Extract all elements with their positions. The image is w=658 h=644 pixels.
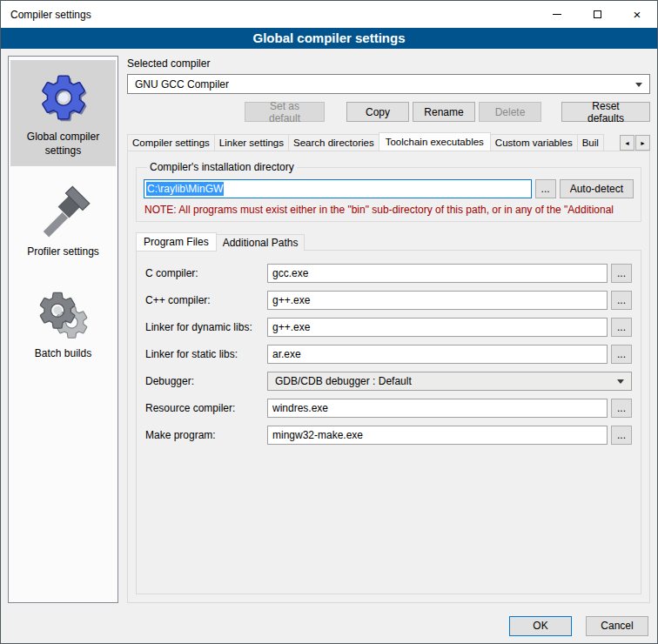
field-label: Linker for dynamic libs: bbox=[145, 321, 267, 333]
compiler-actions: Set as default Copy Rename Delete Reset … bbox=[127, 102, 650, 122]
delete-button[interactable]: Delete bbox=[479, 102, 541, 122]
compiler-settings-tabs: Compiler settings Linker settings Search… bbox=[127, 132, 650, 151]
installation-directory-value: C:\raylib\MinGW bbox=[146, 182, 224, 196]
tab-compiler-settings[interactable]: Compiler settings bbox=[127, 134, 215, 151]
c-compiler-input[interactable] bbox=[267, 264, 608, 283]
program-files-panel: C compiler: ... C++ compiler: ... bbox=[136, 250, 641, 594]
tab-scroll-buttons: ◄ ► bbox=[617, 135, 650, 151]
field-label: Make program: bbox=[145, 429, 267, 441]
tab-search-directories[interactable]: Search directories bbox=[288, 134, 379, 151]
copy-button[interactable]: Copy bbox=[346, 102, 409, 122]
chevron-down-icon bbox=[617, 379, 624, 387]
tab-linker-settings[interactable]: Linker settings bbox=[214, 134, 289, 151]
installation-directory-legend: Compiler's installation directory bbox=[147, 161, 297, 173]
form-row: Linker for static libs: ... bbox=[145, 345, 632, 364]
tab-program-files[interactable]: Program Files bbox=[136, 232, 217, 252]
main-panel: Selected compiler GNU GCC Compiler Set a… bbox=[127, 56, 650, 603]
maximize-button[interactable] bbox=[577, 1, 617, 28]
field-label: C++ compiler: bbox=[145, 294, 267, 306]
field-label: C compiler: bbox=[145, 267, 267, 279]
ok-button[interactable]: OK bbox=[509, 616, 572, 636]
maximize-icon bbox=[594, 10, 601, 18]
form-row: C compiler: ... bbox=[145, 264, 632, 283]
program-tabs: Program Files Additional Paths bbox=[136, 232, 641, 251]
browse-static-linker-button[interactable]: ... bbox=[611, 345, 632, 364]
browse-cpp-compiler-button[interactable]: ... bbox=[611, 291, 632, 310]
blue-gear-icon bbox=[37, 70, 91, 124]
debugger-value: GDB/CDB debugger : Default bbox=[275, 375, 412, 387]
tab-scroll-right-icon[interactable]: ► bbox=[635, 135, 650, 151]
installation-directory-group: Compiler's installation directory C:\ray… bbox=[136, 161, 641, 222]
field-label: Debugger: bbox=[145, 375, 267, 387]
resource-compiler-input[interactable] bbox=[267, 399, 608, 418]
debugger-select[interactable]: GDB/CDB debugger : Default bbox=[267, 372, 632, 391]
form-row: Linker for dynamic libs: ... bbox=[145, 318, 632, 337]
browse-dynamic-linker-button[interactable]: ... bbox=[611, 318, 632, 337]
tab-additional-paths[interactable]: Additional Paths bbox=[216, 234, 306, 251]
compiler-settings-dialog: Compiler settings × Global compiler sett… bbox=[0, 0, 658, 644]
tab-toolchain-executables[interactable]: Toolchain executables bbox=[379, 132, 491, 151]
toolchain-executables-panel: Compiler's installation directory C:\ray… bbox=[127, 151, 650, 603]
hammer-icon bbox=[37, 185, 91, 239]
sidebar-item-label: Batch builds bbox=[35, 347, 91, 361]
form-row: Debugger: GDB/CDB debugger : Default bbox=[145, 372, 632, 391]
dialog-footer: OK Cancel bbox=[1, 608, 657, 643]
auto-detect-button[interactable]: Auto-detect bbox=[560, 179, 634, 198]
form-row: C++ compiler: ... bbox=[145, 291, 632, 310]
selected-compiler-label: Selected compiler bbox=[127, 57, 650, 70]
rename-button[interactable]: Rename bbox=[413, 102, 475, 122]
tab-custom-variables[interactable]: Custom variables bbox=[490, 134, 578, 151]
field-label: Resource compiler: bbox=[145, 402, 267, 414]
reset-defaults-button[interactable]: Reset defaults bbox=[561, 102, 650, 122]
browse-resource-compiler-button[interactable]: ... bbox=[611, 399, 632, 418]
dynamic-linker-input[interactable] bbox=[267, 318, 608, 337]
selected-compiler-value: GNU GCC Compiler bbox=[135, 78, 229, 91]
make-program-input[interactable] bbox=[267, 426, 608, 445]
tab-build-options[interactable]: Buil bbox=[577, 134, 604, 151]
form-row: Resource compiler: ... bbox=[145, 399, 632, 418]
titlebar[interactable]: Compiler settings × bbox=[1, 1, 657, 28]
static-linker-input[interactable] bbox=[267, 345, 608, 364]
field-label: Linker for static libs: bbox=[145, 348, 267, 360]
set-as-default-button[interactable]: Set as default bbox=[245, 102, 325, 122]
installation-note: NOTE: All programs must exist either in … bbox=[144, 204, 633, 216]
close-button[interactable]: × bbox=[617, 1, 657, 28]
form-row: Make program: ... bbox=[145, 426, 632, 445]
minimize-button[interactable] bbox=[537, 1, 577, 28]
installation-directory-input[interactable]: C:\raylib\MinGW bbox=[144, 179, 532, 198]
window-title: Compiler settings bbox=[1, 9, 91, 21]
sidebar-item-profiler-settings[interactable]: Profiler settings bbox=[10, 175, 116, 268]
sidebar-item-label: Global compiler settings bbox=[12, 131, 114, 158]
sidebar-item-global-compiler-settings[interactable]: Global compiler settings bbox=[10, 60, 116, 166]
chevron-down-icon bbox=[635, 83, 642, 91]
browse-directory-button[interactable]: ... bbox=[535, 179, 556, 198]
sidebar-item-batch-builds[interactable]: Batch builds bbox=[10, 277, 116, 370]
sidebar-item-label: Profiler settings bbox=[27, 245, 99, 259]
window-controls: × bbox=[537, 1, 657, 28]
browse-make-program-button[interactable]: ... bbox=[611, 426, 632, 445]
tab-scroll-left-icon[interactable]: ◄ bbox=[620, 135, 634, 151]
cancel-button[interactable]: Cancel bbox=[586, 616, 648, 636]
selected-compiler-select[interactable]: GNU GCC Compiler bbox=[127, 74, 650, 94]
close-icon: × bbox=[634, 8, 641, 21]
page-title: Global compiler settings bbox=[1, 28, 657, 49]
gray-gears-icon bbox=[37, 287, 91, 341]
minimize-icon bbox=[553, 14, 561, 15]
browse-c-compiler-button[interactable]: ... bbox=[611, 264, 632, 283]
settings-category-sidebar: Global compiler settings Profiler settin… bbox=[8, 56, 118, 603]
cpp-compiler-input[interactable] bbox=[267, 291, 608, 310]
